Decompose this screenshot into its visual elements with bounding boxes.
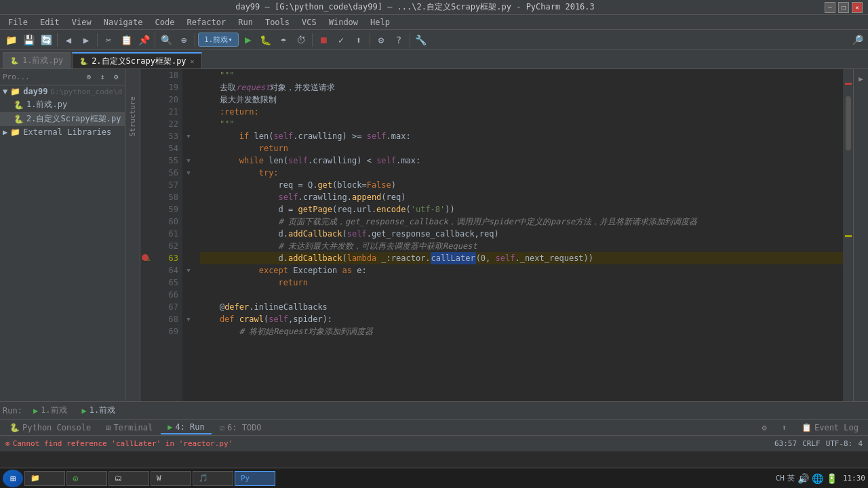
error-message: Cannot find reference 'callLater' in 're… (13, 439, 772, 448)
python-console-tab[interactable]: 🐍 Python Console (3, 422, 98, 434)
close-btn[interactable]: ✕ (852, 2, 863, 13)
todo-icon: ☑ (220, 423, 224, 432)
search-everywhere-btn[interactable]: 🔎 (849, 32, 865, 48)
folder-expand-icon2: ▶ (3, 127, 7, 137)
run-tab-label2: 1.前戏 (90, 405, 115, 416)
find-usages-btn[interactable]: ⊕ (176, 32, 192, 48)
paste-btn[interactable]: 📌 (136, 32, 152, 48)
run-tab-4[interactable]: ▶ 4: Run (161, 421, 212, 434)
menu-vcs[interactable]: VCS (296, 16, 322, 28)
tab-close-btn[interactable]: ✕ (191, 58, 195, 65)
help-btn[interactable]: ? (391, 32, 407, 48)
commit-btn[interactable]: ✓ (333, 32, 349, 48)
vertical-scrollbar[interactable] (843, 69, 853, 401)
sidebar-btn3[interactable]: ⚙ (110, 71, 122, 83)
fold-59 (182, 203, 195, 216)
taskbar-chrome[interactable]: ⊙ (66, 471, 107, 486)
open-folder-btn[interactable]: 📁 (3, 32, 19, 48)
minimize-btn[interactable]: ─ (825, 2, 835, 13)
sdk-btn[interactable]: 🔧 (413, 32, 429, 48)
bottom-arrow-up[interactable]: ⬆ (775, 422, 793, 434)
sync-btn[interactable]: 🔄 (38, 32, 54, 48)
taskbar-files[interactable]: 🗂 (108, 471, 149, 486)
save-btn[interactable]: 💾 (20, 32, 37, 48)
run-tab-1qianxi-2[interactable]: ▶ 1.前戏 (75, 403, 123, 418)
terminal-icon: ⊞ (106, 423, 111, 432)
code-line-21: :return: (200, 106, 843, 118)
statusbar-right: 63:57 CRLF UTF-8: 4 (774, 439, 863, 448)
profile-btn[interactable]: ⏱ (293, 32, 309, 48)
title-text: day99 – [G:\python_code\day99] – ...\2.自… (5, 1, 825, 13)
tree-file-label2: 2.自定义Scrapy框架.py (26, 113, 121, 125)
ime-en-icon[interactable]: 英 (787, 473, 795, 483)
tab-2-scrapy[interactable]: 🐍 2.自定义Scrapy框架.py ✕ (72, 52, 202, 68)
fold-53: ▼ (182, 130, 195, 142)
network-icon[interactable]: 🌐 (812, 473, 823, 484)
structure-tab-btn[interactable]: Structure (128, 96, 137, 137)
todo-tab-6[interactable]: ☑ 6: TODO (213, 422, 269, 434)
code-line-20: 最大并发数限制 (200, 94, 843, 106)
tree-item-extlibs[interactable]: ▶ 📁 External Libraries (0, 126, 125, 138)
terminal-tab[interactable]: ⊞ Terminal (99, 422, 159, 434)
tab-1-qianxi[interactable]: 🐍 1.前戏.py (3, 52, 71, 68)
battery-icon[interactable]: 🔋 (826, 473, 837, 484)
taskbar-word[interactable]: W (151, 471, 191, 486)
menu-run[interactable]: Run (233, 16, 258, 28)
menu-tools[interactable]: Tools (260, 16, 295, 28)
debug-btn[interactable]: 🐛 (258, 32, 274, 48)
menu-window[interactable]: Window (323, 16, 363, 28)
todo-label: 6: TODO (227, 423, 262, 432)
search-btn[interactable]: 🔍 (158, 32, 174, 48)
fold-18 (182, 69, 195, 81)
cursor-position: 63:57 (774, 439, 797, 448)
lg-60 (140, 216, 155, 228)
event-log-btn[interactable]: 📋 Event Log (795, 422, 865, 434)
settings-btn[interactable]: ⚙ (373, 32, 389, 48)
menu-navigate[interactable]: Navigate (98, 16, 149, 28)
menu-file[interactable]: File (3, 16, 33, 28)
chrome-icon: ⊙ (73, 473, 78, 484)
start-button[interactable]: ⊞ (3, 470, 23, 487)
copy-btn[interactable]: 📋 (118, 32, 134, 48)
lg-64 (140, 264, 155, 277)
fold-66 (182, 289, 195, 301)
taskbar-folder[interactable]: 📁 (24, 471, 65, 486)
sidebar-btn1[interactable]: ⊕ (83, 71, 95, 83)
run-tab-1qianxi[interactable]: ▶ 1.前戏 (26, 403, 74, 418)
lg-18 (140, 69, 155, 81)
stop-btn[interactable]: ⏹ (315, 32, 332, 48)
sidebar-btn2[interactable]: ↕ (96, 71, 108, 83)
run-config-combo[interactable]: 1.前戏▾ (198, 33, 239, 47)
lg-66 (140, 289, 155, 301)
code-editor[interactable]: ⚠ 18 19 20 21 22 53 54 55 56 (140, 69, 853, 401)
breakpoint-dot (142, 254, 149, 261)
settings-gear[interactable]: ⚙ (755, 422, 774, 434)
tree-item-1qianxi[interactable]: 🐍 1.前戏.py (0, 98, 125, 112)
taskbar-pycharm[interactable]: Py (235, 471, 275, 486)
menu-help[interactable]: Help (365, 16, 395, 28)
maximize-btn[interactable]: □ (838, 2, 849, 13)
speaker-icon[interactable]: 🔊 (797, 473, 809, 484)
tree-item-2scrapy[interactable]: 🐍 2.自定义Scrapy框架.py (0, 112, 125, 126)
lg-62 (140, 240, 155, 252)
menu-refactor[interactable]: Refactor (181, 16, 231, 28)
coverage-btn[interactable]: ☂ (275, 32, 292, 48)
right-tab-btn[interactable]: ▶ (855, 72, 867, 86)
toolbar: 📁 💾 🔄 ◀ ▶ ✂ 📋 📌 🔍 ⊕ 1.前戏▾ ▶ 🐛 ☂ ⏱ ⏹ ✓ ⬆ … (0, 30, 868, 50)
cut-btn[interactable]: ✂ (100, 32, 117, 48)
push-btn[interactable]: ⬆ (351, 32, 367, 48)
back-btn[interactable]: ◀ (60, 32, 77, 48)
code-line-69: # 将初始Request对象添加到调度器 (200, 325, 843, 338)
tree-item-day99[interactable]: ▼ 📁 day99 G:\python_code\d (0, 85, 125, 98)
taskbar-media[interactable]: 🎵 (193, 471, 233, 486)
code-lines[interactable]: """ 去取request对象，并发送请求 最大并发数限制 :return: (195, 69, 843, 401)
fold-57 (182, 179, 195, 191)
ime-cn-icon[interactable]: CH (776, 474, 785, 483)
menu-edit[interactable]: Edit (35, 16, 65, 28)
menu-view[interactable]: View (66, 16, 97, 28)
scroll-thumb[interactable] (846, 96, 851, 150)
menu-code[interactable]: Code (150, 16, 180, 28)
forward-btn[interactable]: ▶ (78, 32, 94, 48)
run-btn[interactable]: ▶ (240, 32, 256, 48)
code-line-55: while len(self.crawlling) < self.max: (200, 155, 843, 167)
